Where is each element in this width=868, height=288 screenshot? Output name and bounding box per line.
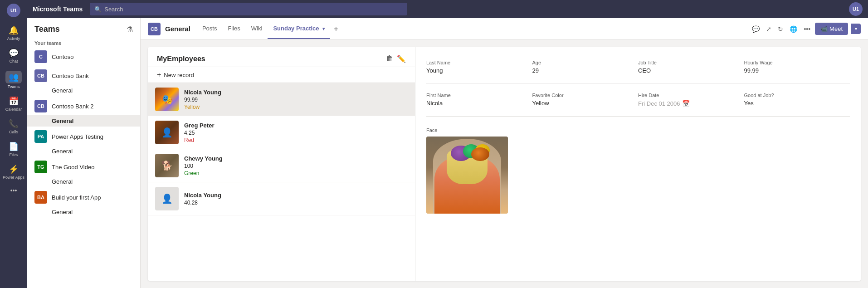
app-title: Microsoft Teams [33, 5, 83, 13]
detail-grid: Last Name Young Age 29 Job Title CEO H [426, 56, 850, 122]
tab-sunday-practice[interactable]: Sunday Practice ▾ [268, 19, 330, 39]
comment-icon[interactable]: 💬 [750, 24, 761, 34]
teams-section: C Contoso ••• CB Contoso Bank ••• Genera… [27, 48, 140, 288]
search-icon: 🔍 [94, 6, 102, 13]
record-item-chewy-young[interactable]: 🐕 Chewy Young 100 Green [148, 149, 415, 182]
sidebar-header: Teams ⚗ [27, 18, 140, 38]
tabs: Posts Files Wiki Sunday Practice ▾ + [197, 19, 342, 39]
content-area: CB General Posts Files Wiki Sunday Pract… [141, 18, 868, 288]
channel-name: General [165, 25, 190, 33]
app-frame: MyEmployees 🗑 ✏️ + New record [148, 47, 861, 281]
face-image [426, 137, 508, 214]
channel-item-good-video-general[interactable]: General [27, 176, 140, 187]
pa-title: MyEmployees [157, 55, 205, 63]
search-bar[interactable]: 🔍 [90, 3, 407, 15]
main-container: Teams ⚗ Your teams C Contoso ••• CB Cont… [27, 18, 868, 288]
team-avatar-contoso-bank: CB [34, 69, 47, 82]
app-header: Microsoft Teams 🔍 U1 [27, 0, 868, 18]
sidebar-title: Teams [34, 24, 60, 34]
divider-row1 [426, 83, 850, 83]
plus-icon: + [157, 71, 161, 79]
teams-icon: 👥 [9, 72, 19, 82]
team-avatar-contoso-bank-2: CB [34, 100, 47, 112]
user-avatar[interactable]: U1 [7, 4, 20, 17]
pa-header: MyEmployees 🗑 ✏️ [148, 47, 415, 67]
team-group-contoso-bank-2: CB Contoso Bank 2 ••• General [27, 97, 140, 127]
team-item-power-apps-testing[interactable]: PA Power Apps Testing ••• [27, 127, 140, 146]
meet-button[interactable]: 📹 Meet [815, 23, 848, 35]
field-first-name: First Name Nicola [426, 89, 532, 114]
expand-icon[interactable]: ⤢ [764, 24, 773, 34]
tab-add-button[interactable]: + [330, 21, 341, 37]
video-icon: 📹 [820, 25, 828, 32]
tab-posts[interactable]: Posts [197, 19, 223, 39]
record-thumb-greg: 👤 [155, 121, 179, 144]
record-thumb-nicola: 🎭 [155, 88, 179, 111]
calendar-icon: 📅 [9, 96, 19, 106]
date-field-container: Fri Dec 01 2006 📅 [638, 100, 739, 107]
tab-files[interactable]: Files [222, 19, 245, 39]
rail-item-calls[interactable]: 📞 Calls [0, 116, 27, 137]
rail-item-teams[interactable]: 👥 Teams [0, 68, 27, 92]
record-info-nicola-2: Nicola Young 40.28 [184, 192, 221, 206]
channel-item-contoso-bank-2-general[interactable]: General [27, 115, 140, 127]
left-rail: U1 🔔 Activity 💬 Chat 👥 Teams 📅 Calendar … [0, 0, 27, 288]
files-icon: 📄 [9, 142, 19, 151]
header-actions: 💬 ⤢ ↻ 🌐 ••• 📹 Meet ▾ [750, 23, 861, 35]
field-job-title: Job Title CEO [638, 56, 744, 81]
team-avatar-power-apps-testing: PA [34, 130, 47, 143]
search-input[interactable] [104, 6, 403, 13]
team-group-power-apps-testing: PA Power Apps Testing ••• General [27, 127, 140, 157]
more-actions-icon[interactable]: ••• [802, 24, 812, 34]
rail-item-more[interactable]: ••• [0, 184, 27, 197]
globe-icon[interactable]: 🌐 [788, 24, 799, 34]
field-favorite-color: Favorite Color Yellow [532, 89, 639, 114]
chat-icon: 💬 [9, 48, 19, 58]
record-item-nicola-young[interactable]: 🎭 Nicola Young 99.99 Yellow [148, 83, 415, 116]
channel-header: CB General Posts Files Wiki Sunday Pract… [141, 18, 868, 40]
field-age: Age 29 [532, 56, 639, 81]
team-item-contoso-bank-2[interactable]: CB Contoso Bank 2 ••• [27, 97, 140, 115]
team-avatar-build-first-app: BA [34, 191, 47, 204]
refresh-icon[interactable]: ↻ [776, 24, 785, 34]
meet-dropdown-button[interactable]: ▾ [851, 24, 861, 34]
record-info-greg: Greg Peter 4.25 Red [184, 122, 214, 143]
record-item-nicola-young-2[interactable]: 👤 Nicola Young 40.28 [148, 182, 415, 215]
record-info-chewy: Chewy Young 100 Green [184, 155, 223, 176]
record-thumb-nicola-2: 👤 [155, 187, 179, 210]
delete-icon[interactable]: 🗑 [386, 54, 393, 63]
divider-row2 [426, 116, 850, 117]
sidebar: Teams ⚗ Your teams C Contoso ••• CB Cont… [27, 18, 141, 288]
new-record-button[interactable]: + New record [148, 67, 415, 83]
channel-team-icon: CB [148, 23, 161, 35]
face-label: Face [426, 127, 850, 133]
edit-icon[interactable]: ✏️ [397, 54, 406, 63]
app-content: MyEmployees 🗑 ✏️ + New record [141, 40, 868, 288]
filter-icon[interactable]: ⚗ [127, 25, 133, 34]
rail-item-files[interactable]: 📄 Files [0, 139, 27, 160]
team-group-good-video: TG The Good Video ••• General [27, 158, 140, 187]
record-thumb-chewy: 🐕 [155, 154, 179, 177]
team-item-contoso[interactable]: C Contoso ••• [27, 48, 140, 66]
rail-item-calendar[interactable]: 📅 Calendar [0, 93, 27, 114]
records-list: 🎭 Nicola Young 99.99 Yellow 👤 [148, 83, 415, 281]
channel-item-build-first-app-general[interactable]: General [27, 206, 140, 218]
pa-header-icons: 🗑 ✏️ [386, 54, 406, 63]
team-group-contoso-bank: CB Contoso Bank ••• General [27, 67, 140, 96]
field-hourly-wage: Hourly Wage 99.99 [744, 56, 850, 81]
record-item-greg-peter[interactable]: 👤 Greg Peter 4.25 Red [148, 116, 415, 149]
rail-item-powerapps[interactable]: ⚡ Power Apps [0, 161, 27, 182]
powerapps-right-panel: Last Name Young Age 29 Job Title CEO H [415, 47, 861, 281]
team-item-build-first-app[interactable]: BA Build your first App ••• [27, 188, 140, 206]
channel-item-power-apps-general[interactable]: General [27, 146, 140, 157]
team-item-good-video[interactable]: TG The Good Video ••• [27, 158, 140, 176]
rail-item-activity[interactable]: 🔔 Activity [0, 23, 27, 44]
calendar-picker-icon[interactable]: 📅 [682, 100, 690, 107]
rail-item-chat[interactable]: 💬 Chat [0, 45, 27, 66]
team-item-contoso-bank[interactable]: CB Contoso Bank ••• [27, 67, 140, 85]
field-last-name: Last Name Young [426, 56, 532, 81]
header-user-avatar[interactable]: U1 [849, 2, 863, 16]
channel-item-contoso-bank-general[interactable]: General [27, 85, 140, 96]
tab-wiki[interactable]: Wiki [246, 19, 268, 39]
section-label: Your teams [27, 38, 140, 48]
